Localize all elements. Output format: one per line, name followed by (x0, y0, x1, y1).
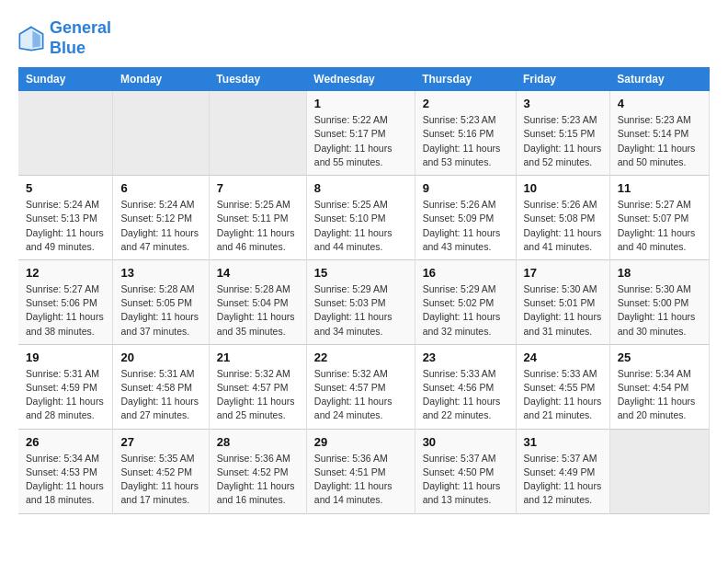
day-number: 17 (524, 266, 602, 280)
day-number: 4 (618, 97, 701, 110)
day-number: 24 (524, 350, 602, 364)
weekday-header: Tuesday (209, 67, 306, 91)
calendar-cell: 11Sunrise: 5:27 AMSunset: 5:07 PMDayligh… (609, 176, 709, 260)
day-number: 23 (423, 350, 508, 364)
day-info: Sunrise: 5:27 AMSunset: 5:07 PMDaylight:… (618, 198, 701, 254)
day-number: 2 (423, 97, 508, 110)
day-info: Sunrise: 5:33 AMSunset: 4:56 PMDaylight:… (423, 367, 508, 423)
day-info: Sunrise: 5:28 AMSunset: 5:05 PMDaylight:… (120, 282, 200, 339)
day-number: 7 (217, 181, 299, 195)
weekday-header: Wednesday (306, 67, 415, 91)
day-number: 31 (524, 435, 602, 449)
calendar-cell (609, 429, 709, 513)
day-number: 29 (314, 435, 407, 449)
calendar-cell: 27Sunrise: 5:35 AMSunset: 4:52 PMDayligh… (113, 429, 209, 513)
day-info: Sunrise: 5:26 AMSunset: 5:08 PMDaylight:… (524, 198, 602, 254)
day-info: Sunrise: 5:24 AMSunset: 5:13 PMDaylight:… (26, 198, 105, 254)
calendar-cell: 25Sunrise: 5:34 AMSunset: 4:54 PMDayligh… (609, 344, 709, 429)
day-info: Sunrise: 5:30 AMSunset: 5:01 PMDaylight:… (524, 282, 602, 339)
calendar-cell: 24Sunrise: 5:33 AMSunset: 4:55 PMDayligh… (516, 344, 609, 429)
calendar-cell: 15Sunrise: 5:29 AMSunset: 5:03 PMDayligh… (306, 259, 415, 344)
calendar-cell: 17Sunrise: 5:30 AMSunset: 5:01 PMDayligh… (516, 259, 609, 344)
calendar-cell: 7Sunrise: 5:25 AMSunset: 5:11 PMDaylight… (209, 176, 306, 260)
calendar-week-row: 12Sunrise: 5:27 AMSunset: 5:06 PMDayligh… (18, 259, 710, 344)
day-info: Sunrise: 5:24 AMSunset: 5:12 PMDaylight:… (120, 198, 200, 254)
day-number: 30 (423, 435, 508, 449)
day-info: Sunrise: 5:28 AMSunset: 5:04 PMDaylight:… (217, 282, 299, 339)
weekday-header: Sunday (18, 67, 113, 91)
day-number: 25 (618, 350, 701, 364)
calendar-cell: 6Sunrise: 5:24 AMSunset: 5:12 PMDaylight… (113, 176, 209, 260)
calendar-week-row: 19Sunrise: 5:31 AMSunset: 4:59 PMDayligh… (18, 344, 710, 429)
calendar-header: SundayMondayTuesdayWednesdayThursdayFrid… (18, 67, 710, 91)
calendar-cell: 30Sunrise: 5:37 AMSunset: 4:50 PMDayligh… (415, 429, 516, 513)
day-info: Sunrise: 5:22 AMSunset: 5:17 PMDaylight:… (314, 113, 407, 169)
day-number: 13 (120, 266, 200, 280)
calendar-cell (18, 91, 113, 175)
logo: General Blue (18, 18, 111, 58)
day-info: Sunrise: 5:30 AMSunset: 5:00 PMDaylight:… (618, 282, 701, 339)
day-info: Sunrise: 5:36 AMSunset: 4:52 PMDaylight:… (217, 452, 299, 508)
day-number: 19 (26, 350, 105, 364)
day-number: 8 (314, 181, 407, 195)
day-info: Sunrise: 5:35 AMSunset: 4:52 PMDaylight:… (120, 452, 200, 508)
calendar-cell: 8Sunrise: 5:25 AMSunset: 5:10 PMDaylight… (306, 176, 415, 260)
day-number: 28 (217, 435, 299, 449)
calendar-cell: 4Sunrise: 5:23 AMSunset: 5:14 PMDaylight… (609, 91, 709, 175)
day-info: Sunrise: 5:25 AMSunset: 5:10 PMDaylight:… (314, 198, 407, 254)
day-info: Sunrise: 5:29 AMSunset: 5:03 PMDaylight:… (314, 282, 407, 339)
day-number: 21 (217, 350, 299, 364)
day-info: Sunrise: 5:37 AMSunset: 4:49 PMDaylight:… (524, 452, 602, 508)
weekday-header: Friday (516, 67, 609, 91)
calendar-cell: 14Sunrise: 5:28 AMSunset: 5:04 PMDayligh… (209, 259, 306, 344)
day-number: 5 (26, 181, 105, 195)
calendar-week-row: 26Sunrise: 5:34 AMSunset: 4:53 PMDayligh… (18, 429, 710, 513)
calendar-cell: 5Sunrise: 5:24 AMSunset: 5:13 PMDaylight… (18, 176, 113, 260)
weekday-header: Monday (113, 67, 209, 91)
day-number: 20 (120, 350, 200, 364)
day-info: Sunrise: 5:36 AMSunset: 4:51 PMDaylight:… (314, 452, 407, 508)
logo-icon (18, 26, 44, 52)
day-number: 9 (423, 181, 508, 195)
day-number: 14 (217, 266, 299, 280)
calendar-week-row: 1Sunrise: 5:22 AMSunset: 5:17 PMDaylight… (18, 91, 710, 175)
day-info: Sunrise: 5:34 AMSunset: 4:54 PMDaylight:… (618, 367, 701, 423)
day-number: 27 (120, 435, 200, 449)
day-info: Sunrise: 5:29 AMSunset: 5:02 PMDaylight:… (423, 282, 508, 339)
calendar-cell: 9Sunrise: 5:26 AMSunset: 5:09 PMDaylight… (415, 176, 516, 260)
day-info: Sunrise: 5:27 AMSunset: 5:06 PMDaylight:… (26, 282, 105, 339)
logo-text2: Blue (50, 39, 111, 59)
day-info: Sunrise: 5:25 AMSunset: 5:11 PMDaylight:… (217, 198, 299, 254)
day-number: 22 (314, 350, 407, 364)
calendar-cell: 10Sunrise: 5:26 AMSunset: 5:08 PMDayligh… (516, 176, 609, 260)
day-number: 1 (314, 97, 407, 110)
day-number: 26 (26, 435, 105, 449)
calendar-cell: 3Sunrise: 5:23 AMSunset: 5:15 PMDaylight… (516, 91, 609, 175)
day-info: Sunrise: 5:32 AMSunset: 4:57 PMDaylight:… (314, 367, 407, 423)
day-info: Sunrise: 5:23 AMSunset: 5:15 PMDaylight:… (524, 113, 602, 169)
calendar-cell: 22Sunrise: 5:32 AMSunset: 4:57 PMDayligh… (306, 344, 415, 429)
calendar-cell: 16Sunrise: 5:29 AMSunset: 5:02 PMDayligh… (415, 259, 516, 344)
day-info: Sunrise: 5:26 AMSunset: 5:09 PMDaylight:… (423, 198, 508, 254)
calendar-cell: 18Sunrise: 5:30 AMSunset: 5:00 PMDayligh… (609, 259, 709, 344)
calendar-cell: 31Sunrise: 5:37 AMSunset: 4:49 PMDayligh… (516, 429, 609, 513)
weekday-header: Saturday (609, 67, 709, 91)
day-number: 11 (618, 181, 701, 195)
calendar-cell: 13Sunrise: 5:28 AMSunset: 5:05 PMDayligh… (113, 259, 209, 344)
calendar-cell: 1Sunrise: 5:22 AMSunset: 5:17 PMDaylight… (306, 91, 415, 175)
calendar-cell: 26Sunrise: 5:34 AMSunset: 4:53 PMDayligh… (18, 429, 113, 513)
day-number: 10 (524, 181, 602, 195)
logo-text: General (50, 18, 111, 39)
calendar-table: SundayMondayTuesdayWednesdayThursdayFrid… (18, 67, 710, 513)
weekday-header: Thursday (415, 67, 516, 91)
calendar-cell: 29Sunrise: 5:36 AMSunset: 4:51 PMDayligh… (306, 429, 415, 513)
calendar-week-row: 5Sunrise: 5:24 AMSunset: 5:13 PMDaylight… (18, 176, 710, 260)
calendar-cell: 2Sunrise: 5:23 AMSunset: 5:16 PMDaylight… (415, 91, 516, 175)
day-number: 6 (120, 181, 200, 195)
calendar-cell (113, 91, 209, 175)
day-number: 3 (524, 97, 602, 110)
day-info: Sunrise: 5:33 AMSunset: 4:55 PMDaylight:… (524, 367, 602, 423)
calendar-cell: 20Sunrise: 5:31 AMSunset: 4:58 PMDayligh… (113, 344, 209, 429)
day-number: 18 (618, 266, 701, 280)
day-info: Sunrise: 5:23 AMSunset: 5:14 PMDaylight:… (618, 113, 701, 169)
